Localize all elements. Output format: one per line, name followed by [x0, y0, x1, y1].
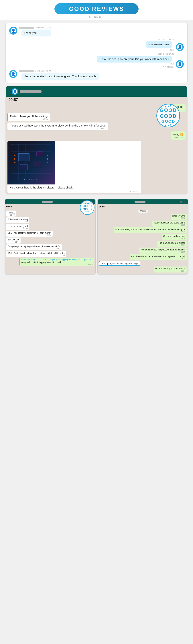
user-icon-2: 👤: [178, 45, 182, 49]
phone-left-time: 09:56: [6, 206, 12, 208]
chat1-msg-2: You are welcome: [148, 43, 169, 46]
wa-time-display: 09:57: [8, 98, 18, 102]
chat1-bubble-2: You are welcome: [146, 41, 172, 48]
phone-right-header: ‹ 📹 📞: [98, 200, 188, 204]
phone-left-msgs: Perfect 11:53 This month is ending 11:53…: [6, 210, 94, 267]
wa-image-caption-row: Hello Oscar, here is the diagram picture…: [7, 184, 141, 193]
pl-bubble-5: Can you quote shipping and board, harnes…: [6, 244, 62, 250]
chat1-msg-1: Thank you!: [24, 31, 37, 34]
user-icon-3: 👤: [178, 62, 182, 66]
back-button[interactable]: ‹: [8, 89, 10, 94]
wa-bubble-2: Please ask too how work the system to bl…: [7, 122, 108, 130]
chat1-row1-meta: 2023-03-01 11:28: [19, 26, 51, 29]
wa-image-time: 10:48: [130, 190, 135, 192]
wa-image-container: COSMOS Hello Oscar, here is the diagram …: [7, 141, 141, 193]
chat1-bubble-3: Hello Chelsea, how are you? Did you work…: [97, 56, 172, 62]
avatar-right-1: 👤: [176, 43, 184, 51]
pl-bubble-quoted: Oscar Martinez (Alibaba/Slot)C... Can yo…: [19, 258, 94, 266]
wa-avatar: 👤: [12, 88, 18, 95]
pl-bubble-6: While I'm testing this board we continue…: [6, 251, 66, 257]
pr-bubble-6: And the code for report statistics the p…: [130, 254, 187, 260]
chat1-msg-4: Yes :) we received it and it works great…: [24, 75, 96, 78]
good-stamp-text3: GOOD: [161, 119, 175, 124]
phone-right-time: 09:56: [99, 206, 105, 208]
cosmos-watermark-1: COSMOS: [97, 66, 174, 68]
cosmos-watermark-header: COSMOS: [0, 16, 193, 18]
wa-msg-2-time: 08:58: [10, 128, 106, 130]
wa-image-check: ✓✓: [136, 190, 139, 192]
pl-bubble-4: But let's see 11:54: [6, 238, 21, 244]
phone-left-name-blur: [42, 201, 53, 203]
read-label-1: 已读: [146, 48, 174, 51]
good-reviews-badge: GOOD REVIEWS: [54, 3, 139, 14]
stamp-good-1: GOOD: [83, 204, 92, 208]
phone-right: ‹ 📹 📞 09:56 星期四 Hello Evonne 08:38: [97, 199, 189, 274]
chat1-row3-meta: 2023-04-03 14:49: [97, 53, 174, 55]
chat1-row4-timestamp: 2023-04-04 12:02: [35, 70, 51, 72]
avatar-left-2: 👤: [9, 70, 17, 78]
wa-contact-name: [20, 90, 41, 93]
read-label-2: 已读: [97, 63, 174, 66]
phone-left-body: ★★★ GOOD GOOD ★★★ Perfect 11:53 This mon…: [5, 209, 95, 268]
wa-msg-1-time: 08:58: [10, 118, 47, 120]
name-blur-1: [19, 27, 34, 29]
wa-user-icon: 👤: [13, 90, 16, 93]
wa-check-0: ✓✓: [180, 109, 183, 111]
wa-msg-2-text: Please ask too how work the system to bl…: [10, 124, 106, 127]
pr-bubble-3: Can you send me here 08:38: [162, 234, 187, 240]
pr-bubble-5: And send me too the password for admin/u…: [139, 248, 187, 254]
user-icon-4: 👤: [11, 72, 16, 76]
phone-right-body: 星期四 Hello Evonne 08:38 Today i received …: [98, 209, 188, 274]
chat1-row2-meta: 2023-03-01 11:28: [146, 38, 174, 40]
day-label: 星期四: [99, 210, 187, 213]
chat1-row1-timestamp: 2023-03-01 11:28: [35, 26, 51, 29]
pr-bubble-7: okay, got it, will ask our engineer to g…: [99, 261, 140, 266]
svg-rect-19: [7, 141, 55, 184]
wa-header: ‹ 👤: [6, 86, 187, 96]
pr-bubble-1: Today i received the board game 08:38: [152, 220, 187, 226]
wa-bubble-3: okay 😊 09:07 ✓✓: [171, 132, 186, 140]
good-stamp: ★★★ GOOD GOOD GOOD ★★★: [156, 104, 180, 128]
good-stamp-small-left: ★★★ GOOD GOOD ★★★: [80, 200, 94, 215]
phone-left: ‹ 📹 📞 09:56 ★★★ GOOD GOOD ★★★ Perf: [4, 199, 96, 274]
cosmos-img-watermark: COSMOS: [24, 178, 38, 181]
wa-chat-section: ‹ 👤 09:57 ★★★ GOOD GOOD GOOD ★★★ to get …: [5, 86, 188, 194]
wa-chat-body: ★★★ GOOD GOOD GOOD ★★★ to get ✓✓ Perfect…: [6, 102, 187, 193]
wa-bubble-1: Perfect thank you I'll be waiting 08:58: [7, 113, 50, 122]
wa-msg-3-time: 09:07 ✓✓: [173, 136, 183, 139]
video-icon-r[interactable]: 📹: [180, 200, 183, 203]
chat1-msg-3: Hello Chelsea, how are you? Did you work…: [99, 58, 169, 60]
phone-right-name-blur: [135, 201, 146, 203]
name-blur-2: [19, 70, 34, 72]
wa-image-caption: Hello Oscar, here is the diagram picture…: [10, 186, 73, 189]
pr-bubble-8: Perfect thank you I'll be waiting 08:57: [154, 266, 187, 272]
phone-left-back[interactable]: ‹: [6, 200, 7, 203]
circuit-svg: [7, 141, 55, 184]
phone-icon-r[interactable]: 📞: [184, 200, 187, 203]
avatar-right-2: 👤: [176, 60, 184, 68]
wa-msg-row-2: Please ask too how work the system to bl…: [7, 122, 186, 130]
wa-check-3: ✓✓: [180, 136, 183, 139]
wa-msg-3-text: okay 😊: [173, 133, 183, 136]
chat1-bubble-4: Yes :) we received it and it works great…: [21, 73, 99, 80]
wa-circuit-image: COSMOS: [7, 141, 55, 184]
wa-image-row: COSMOS Hello Oscar, here is the diagram …: [7, 141, 186, 193]
wa-msg-row-3: okay 😊 09:07 ✓✓: [7, 132, 186, 140]
pl-bubble-1: This month is ending 11:53: [6, 217, 29, 223]
avatar-left-1: 👤: [9, 26, 17, 35]
pl-bubble-3: Only i need test the algorithm for earn …: [6, 231, 53, 237]
chat-box-1: 👤 2023-03-01 11:28 Thank you! 2023-03-01…: [5, 23, 188, 83]
pl-bubble-0: Perfect 11:53: [6, 210, 16, 216]
pl-quoted-text: Oscar Martinez (Alibaba/Slot)C... Can yo…: [21, 259, 92, 261]
header-section: GOOD REVIEWS COSMOS: [0, 0, 193, 20]
stamp-good-2: GOOD: [83, 208, 92, 211]
pr-bubble-2: Si maybe today or tomorrow I make the te…: [114, 227, 187, 233]
good-stamp-text: GOOD: [160, 107, 177, 113]
wa-msg-1-text: Perfect thank you I'll be waiting: [10, 115, 47, 118]
phone-right-back[interactable]: ‹: [99, 200, 100, 203]
pl-bubble-2: I see the board good 11:53: [6, 224, 29, 230]
wa-msg-0-text: to get: [177, 105, 183, 108]
pr-bubble-4: The manual/diagram please 08:39: [157, 241, 187, 247]
dual-screenshots: ‹ 📹 📞 09:56 ★★★ GOOD GOOD ★★★ Perf: [0, 198, 193, 276]
chat1-row4-meta: 2023-04-04 12:02: [19, 70, 99, 72]
